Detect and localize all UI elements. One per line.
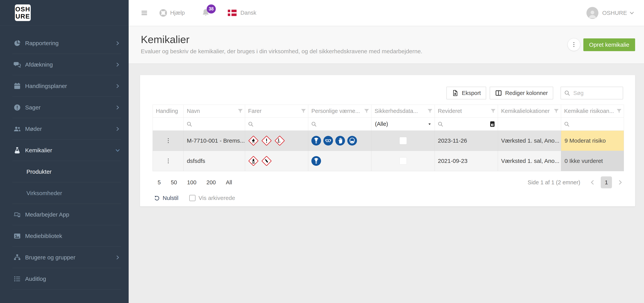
chevron-right-icon[interactable] — [617, 180, 623, 185]
column-header-navn[interactable]: Navn — [184, 105, 245, 118]
sidebar-item-produkter[interactable]: Produkter — [0, 161, 129, 182]
logo-text-top: OSH — [15, 5, 30, 13]
cell-sds — [372, 151, 434, 171]
search-icon — [186, 121, 192, 127]
brand-logo[interactable]: OSH URE — [0, 0, 129, 26]
filter-funnel-icon[interactable] — [237, 108, 244, 114]
column-header-label: Sikkerhedsdata... — [374, 108, 418, 114]
sidebar-item-kemikalier[interactable]: Kemikalier — [0, 140, 129, 161]
sidebar-item-afd-kning[interactable]: Afdækning — [0, 54, 129, 75]
sidebar-item-mediebibliotek[interactable]: Mediebibliotek — [0, 225, 129, 247]
ghs-pictogram-exclamation-mark — [261, 135, 272, 146]
filter-funnel-icon[interactable] — [553, 108, 560, 114]
sidebar-item-label: Medarbejder App — [25, 211, 69, 218]
chevron-left-icon[interactable] — [590, 180, 595, 185]
notifications-button[interactable]: 38 — [202, 8, 210, 17]
ppe-safety-goggles — [323, 136, 333, 146]
filter-search-input[interactable] — [445, 121, 495, 127]
brand-logo-box: OSH URE — [15, 4, 31, 21]
cell-hazards — [245, 131, 308, 151]
column-header-kemikalielokationer[interactable]: Kemikalielokationer — [498, 105, 561, 118]
language-label: Dansk — [240, 10, 256, 16]
page-size-option-5[interactable]: 5 — [158, 179, 161, 186]
search-icon — [248, 121, 254, 127]
page-size-option-50[interactable]: 50 — [171, 179, 177, 186]
column-header-revideret[interactable]: Revideret — [434, 105, 498, 118]
sds-checkbox[interactable] — [400, 137, 407, 144]
filter-funnel-icon[interactable] — [364, 108, 370, 114]
table-row[interactable]: dsfsdfs2021-09-23Værksted 1. sal, Ano...… — [153, 151, 624, 171]
safety-goggles-icon — [325, 137, 332, 144]
dots-vertical-icon — [165, 158, 172, 164]
edit-columns-button[interactable]: Rediger kolonner — [490, 87, 553, 99]
create-chemical-button[interactable]: Opret kemikalie — [583, 38, 635, 51]
export-button[interactable]: Eksport — [446, 87, 486, 99]
filter-search-input[interactable] — [319, 121, 368, 127]
sidebar-item-virksomheder[interactable]: Virksomheder — [0, 182, 129, 204]
chevron-right-icon — [115, 255, 120, 260]
cell-sds — [372, 131, 434, 151]
protective-gloves-icon — [337, 137, 344, 144]
flame-icon — [251, 138, 256, 143]
filter-funnel-icon[interactable] — [490, 108, 496, 114]
sidebar-item-sager[interactable]: Sager — [0, 97, 129, 118]
ppe-protective-clothing — [312, 156, 321, 166]
page-size-option-200[interactable]: 200 — [206, 179, 216, 186]
filter-cell — [498, 118, 561, 131]
sds-checkbox[interactable] — [400, 157, 407, 165]
content-area: Eksport Rediger kolonner HandlingNavnFar… — [129, 64, 644, 303]
sidebar-item-auditlog[interactable]: Auditlog — [0, 268, 129, 290]
table-row[interactable]: M-7710-001 - Brems...2023-11-26Værksted … — [153, 131, 624, 151]
filter-funnel-icon[interactable] — [300, 108, 306, 114]
column-header-sikkerhedsdata-[interactable]: Sikkerhedsdata... — [372, 105, 434, 118]
help-button[interactable]: Hjælp — [159, 9, 185, 17]
column-header-label: Revideret — [438, 108, 462, 114]
filter-funnel-icon[interactable] — [427, 108, 433, 114]
calendar-filter-icon[interactable] — [489, 121, 496, 128]
reset-filters-button[interactable]: Nulstil — [154, 195, 178, 201]
main-area: Hjælp 38 Dansk OSHURE Kemikalier Evaluer… — [129, 0, 644, 303]
show-archived-checkbox[interactable] — [189, 195, 196, 201]
filter-funnel-icon[interactable] — [616, 108, 622, 114]
column-header-farer[interactable]: Farer — [245, 105, 308, 118]
search-input[interactable] — [573, 90, 620, 96]
page-size-option-100[interactable]: 100 — [187, 179, 196, 186]
sidebar-item-medarbejder-app[interactable]: Medarbejder App — [0, 204, 129, 225]
filter-search-input[interactable] — [256, 121, 306, 127]
cell-handling — [153, 131, 184, 151]
user-menu[interactable]: OSHURE — [586, 7, 634, 19]
filter-search-input[interactable] — [194, 121, 242, 127]
sidebar-item-m-der[interactable]: Møder — [0, 118, 129, 140]
column-header-kemikalie-risikoan-[interactable]: Kemikalie risikoan... — [561, 105, 624, 118]
sidebar-item-label: Rapportering — [25, 40, 58, 46]
sidebar-item-handlingsplaner[interactable]: Handlingsplaner — [0, 75, 129, 97]
filter-search-input[interactable] — [572, 121, 621, 127]
cell-revised: 2021-09-23 — [434, 151, 498, 171]
page-subtitle: Evaluer og beskriv de kemikalier, der br… — [141, 48, 644, 55]
sidebar-item-brugere-og-grupper[interactable]: Brugere og grupper — [0, 247, 129, 268]
sidebar: OSH URE RapporteringAfdækningHandlingspl… — [0, 0, 129, 303]
page-number-button[interactable]: 1 — [601, 176, 612, 188]
hamburger-menu-icon[interactable] — [140, 9, 148, 16]
column-header-personlige-v-rne-[interactable]: Personlige værne... — [308, 105, 371, 118]
protective-clothing-icon — [313, 137, 320, 144]
respirator-icon — [349, 137, 356, 144]
column-header-label: Kemikalie risikoan... — [564, 108, 614, 114]
media-library-icon — [14, 232, 21, 240]
column-header-label: Farer — [248, 108, 262, 114]
column-header-label: Kemikalielokationer — [501, 108, 550, 114]
chemicals-table: HandlingNavnFarerPersonlige værne...Sikk… — [152, 105, 624, 171]
column-header-label: Personlige værne... — [312, 108, 360, 114]
sidebar-item-label: Afdækning — [25, 61, 53, 68]
row-actions-button[interactable] — [156, 158, 180, 164]
risk-badge: 9 Moderat risiko — [561, 131, 624, 151]
row-actions-button[interactable] — [156, 137, 180, 144]
column-header-handling[interactable]: Handling — [153, 105, 184, 118]
page-header: Kemikalier Evaluer og beskriv de kemikal… — [129, 26, 644, 64]
page-size-option-all[interactable]: All — [226, 179, 232, 186]
sidebar-item-rapportering[interactable]: Rapportering — [0, 32, 129, 54]
cell-risk: 0 Ikke vurderet — [561, 151, 624, 171]
more-actions-button[interactable] — [568, 38, 580, 51]
filter-select[interactable]: (Alle) — [374, 121, 432, 127]
language-selector[interactable]: Dansk — [228, 10, 256, 16]
